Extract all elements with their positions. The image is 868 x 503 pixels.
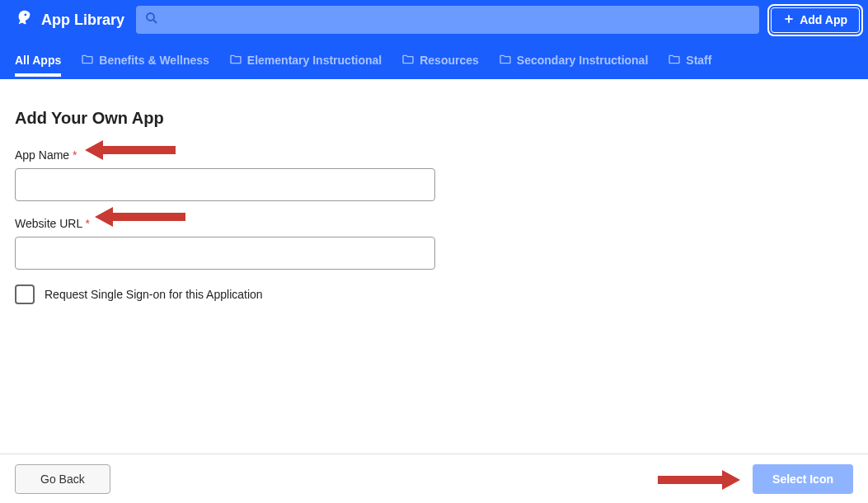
svg-point-0 <box>147 13 154 21</box>
tab-all-apps[interactable]: All Apps <box>15 42 61 77</box>
plus-icon <box>783 13 795 27</box>
tab-label: All Apps <box>15 54 61 67</box>
folder-icon <box>401 53 415 68</box>
folder-icon <box>229 53 242 68</box>
tab-resources[interactable]: Resources <box>401 41 479 78</box>
app-title: App Library <box>41 12 124 29</box>
rocket-icon <box>15 9 33 31</box>
main-content: Add Your Own App App Name * Website URL … <box>0 79 868 304</box>
sso-checkbox[interactable] <box>15 284 35 304</box>
sso-checkbox-label: Request Single Sign-on for this Applicat… <box>45 288 263 301</box>
app-name-label-text: App Name <box>15 148 69 162</box>
select-icon-button[interactable]: Select Icon <box>753 464 853 494</box>
tab-benefits-wellness[interactable]: Benefits & Wellness <box>81 41 209 78</box>
search-input[interactable] <box>159 13 751 26</box>
tab-secondary-instructional[interactable]: Secondary Instructional <box>499 41 648 78</box>
tab-label: Elementary Instructional <box>247 54 382 67</box>
sso-checkbox-row: Request Single Sign-on for this Applicat… <box>15 284 853 304</box>
app-name-input[interactable] <box>15 168 435 201</box>
tab-staff[interactable]: Staff <box>668 41 711 78</box>
tab-elementary-instructional[interactable]: Elementary Instructional <box>229 41 382 78</box>
website-url-input[interactable] <box>15 237 435 270</box>
tab-label: Resources <box>420 54 479 67</box>
website-url-field-group: Website URL * <box>15 216 853 270</box>
add-app-button[interactable]: Add App <box>771 7 860 33</box>
go-back-button[interactable]: Go Back <box>15 464 110 494</box>
folder-icon <box>499 53 512 68</box>
tab-label: Benefits & Wellness <box>99 54 209 67</box>
add-app-label: Add App <box>800 13 847 26</box>
top-header: App Library Add App <box>0 0 868 40</box>
category-tabs: All Apps Benefits & Wellness Elementary … <box>0 40 868 79</box>
svg-line-1 <box>153 20 157 23</box>
search-icon <box>144 11 159 29</box>
folder-icon <box>668 53 681 68</box>
app-name-field-group: App Name * <box>15 148 853 201</box>
page-title: Add Your Own App <box>15 109 853 128</box>
tab-label: Secondary Instructional <box>517 54 648 67</box>
required-asterisk: * <box>86 217 90 230</box>
required-asterisk: * <box>73 148 77 162</box>
app-name-label: App Name * <box>15 148 77 162</box>
tab-label: Staff <box>686 54 711 67</box>
website-url-label-text: Website URL <box>15 217 82 230</box>
folder-icon <box>81 53 94 68</box>
website-url-label: Website URL * <box>15 217 90 230</box>
logo-area: App Library <box>15 9 124 31</box>
search-bar[interactable] <box>136 6 759 34</box>
footer-bar: Go Back Select Icon <box>0 454 868 503</box>
